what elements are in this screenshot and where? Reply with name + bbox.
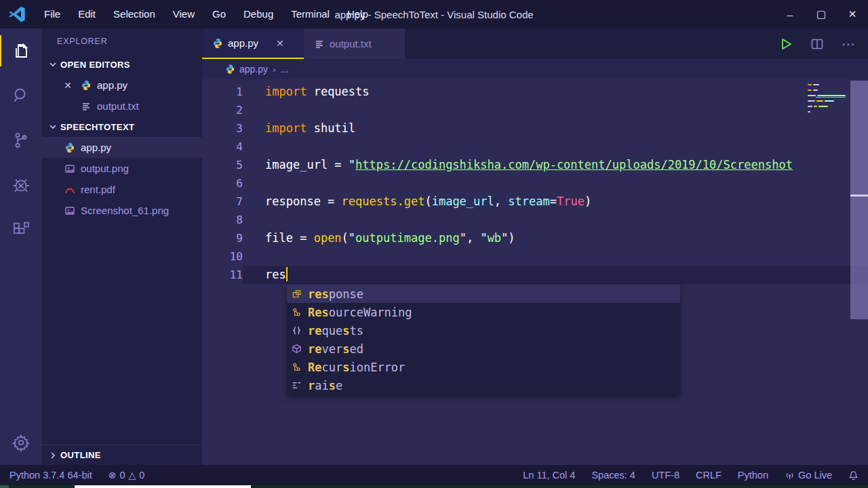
run-button[interactable] <box>779 37 793 51</box>
bell-icon <box>848 470 859 481</box>
tab-output-txt[interactable]: output.txt <box>304 28 406 59</box>
tab-app-py[interactable]: app.py ✕ <box>202 28 304 59</box>
menu-item-go[interactable]: Go <box>203 0 235 28</box>
encoding-status[interactable]: UTF-8 <box>652 470 679 481</box>
suggestion-ResourceWarning[interactable]: ResourceWarning <box>287 303 680 321</box>
code-line-1[interactable]: 1import requests <box>202 83 868 101</box>
chevron-right-icon <box>47 450 58 461</box>
extensions-icon[interactable] <box>0 207 42 252</box>
suggestion-reversed[interactable]: reversed <box>287 340 680 358</box>
pdf-file-icon <box>64 184 75 195</box>
tab-close-icon[interactable]: ✕ <box>276 38 284 49</box>
broadcast-icon <box>785 470 795 481</box>
file-app-py[interactable]: app.py <box>42 137 202 158</box>
module-icon <box>291 325 302 336</box>
close-button[interactable]: ✕ <box>837 0 868 28</box>
error-icon: ⊗ <box>108 470 117 481</box>
suggestion-RecursionError[interactable]: RecursionError <box>287 358 680 376</box>
vscode-window: FileEditSelectionViewGoDebugTerminalHelp… <box>0 0 868 488</box>
python-file-icon <box>225 64 235 75</box>
explorer-title: EXPLORER <box>42 28 202 54</box>
menu-item-view[interactable]: View <box>164 0 203 28</box>
breadcrumb[interactable]: app.py › ... <box>202 59 868 79</box>
code-line-6[interactable]: 6 <box>202 174 868 192</box>
line-number[interactable]: 8 <box>202 211 243 229</box>
code-line-4[interactable]: 4 <box>202 138 868 156</box>
code-editor[interactable]: 1import requests23import shutil45image_u… <box>202 79 868 465</box>
source-control-icon[interactable] <box>0 118 42 163</box>
line-number[interactable]: 9 <box>202 229 243 247</box>
code-line-2[interactable]: 2 <box>202 101 868 119</box>
menu-item-edit[interactable]: Edit <box>69 0 104 28</box>
line-number[interactable]: 1 <box>202 83 243 101</box>
python-interpreter-status[interactable]: Python 3.7.4 64-bit <box>9 470 92 481</box>
notifications-bell[interactable] <box>848 470 859 481</box>
language-mode-status[interactable]: Python <box>738 470 768 481</box>
menu-item-terminal[interactable]: Terminal <box>282 0 338 28</box>
file-output-png[interactable]: output.png <box>42 158 202 179</box>
cursor-position-status[interactable]: Ln 11, Col 4 <box>523 470 575 481</box>
code-line-11[interactable]: 11res <box>202 266 868 284</box>
file-Screenshot_61-png[interactable]: Screenshot_61.png <box>42 200 202 221</box>
status-bar: Python 3.7.4 64-bit ⊗ 0 △ 0 Ln 11, Col 4… <box>0 465 868 485</box>
text-cursor <box>286 267 288 281</box>
vscode-logo-icon <box>8 5 26 23</box>
keyword-icon <box>291 380 302 391</box>
code-line-5[interactable]: 5image_url = "https://codingshiksha.com/… <box>202 156 868 174</box>
code-line-9[interactable]: 9file = open("outputimage.png", "wb") <box>202 229 868 247</box>
python-file-icon <box>80 79 92 91</box>
open-editor-app-py[interactable]: ✕app.py <box>42 75 202 96</box>
settings-gear-icon[interactable] <box>0 420 42 465</box>
line-number[interactable]: 10 <box>202 247 243 266</box>
eol-status[interactable]: CRLF <box>696 470 722 481</box>
problems-status[interactable]: ⊗ 0 △ 0 <box>108 470 145 481</box>
workspace-section-header[interactable]: SPEECHTOTEXT <box>42 117 202 137</box>
class-icon <box>291 306 302 318</box>
open-editors-section-header[interactable]: OPEN EDITORS <box>42 54 202 75</box>
open-editor-output-txt[interactable]: output.txt <box>42 96 202 117</box>
code-line-8[interactable]: 8 <box>202 211 868 229</box>
suggestion-response[interactable]: response <box>287 285 680 303</box>
outline-section-header[interactable]: OUTLINE <box>42 445 202 465</box>
autocomplete-widget: responseResourceWarningrequestsreversedR… <box>287 285 680 394</box>
line-number[interactable]: 3 <box>202 119 243 138</box>
minimize-button[interactable]: – <box>774 0 806 28</box>
code-line-7[interactable]: 7response = requests.get(image_url, stre… <box>202 192 868 211</box>
file-rent-pdf[interactable]: rent.pdf <box>42 179 202 200</box>
breadcrumb-separator: › <box>273 64 275 75</box>
go-live-status[interactable]: Go Live <box>785 470 832 481</box>
line-number[interactable]: 5 <box>202 156 243 174</box>
scrollbar-cursor-marker <box>850 195 868 197</box>
maximize-button[interactable]: ▢ <box>806 0 837 28</box>
vertical-scrollbar[interactable] <box>850 81 868 319</box>
editor-actions: ⋯ <box>779 28 868 59</box>
constructor-icon <box>291 343 302 354</box>
close-icon[interactable]: ✕ <box>62 80 73 91</box>
search-icon[interactable] <box>0 73 42 118</box>
line-number[interactable]: 7 <box>202 192 243 211</box>
line-number[interactable]: 6 <box>202 174 243 192</box>
line-number[interactable]: 2 <box>202 101 243 119</box>
suggestion-requests[interactable]: requests <box>287 321 680 340</box>
line-number[interactable]: 11 <box>202 266 243 284</box>
files-icon[interactable] <box>0 28 42 73</box>
text-file-icon <box>80 100 92 112</box>
line-number[interactable]: 4 <box>202 138 243 156</box>
code-line-3[interactable]: 3import shutil <box>202 119 868 138</box>
menu-item-selection[interactable]: Selection <box>104 0 164 28</box>
debug-icon[interactable] <box>0 163 42 207</box>
code-line-10[interactable]: 10 <box>202 247 868 266</box>
menu-item-file[interactable]: File <box>35 0 69 28</box>
suggestion-raise[interactable]: raise <box>287 376 680 394</box>
menu-item-help[interactable]: Help <box>338 0 377 28</box>
indentation-status[interactable]: Spaces: 4 <box>591 470 635 481</box>
more-actions-button[interactable]: ⋯ <box>842 36 856 52</box>
split-editor-button[interactable] <box>810 37 824 51</box>
chevron-down-icon <box>47 59 58 70</box>
field-icon <box>291 288 302 300</box>
minimap[interactable] <box>805 83 850 113</box>
menu-item-debug[interactable]: Debug <box>235 0 282 28</box>
class-icon <box>291 361 302 373</box>
python-file-icon <box>64 142 75 153</box>
warning-icon: △ <box>129 470 136 481</box>
